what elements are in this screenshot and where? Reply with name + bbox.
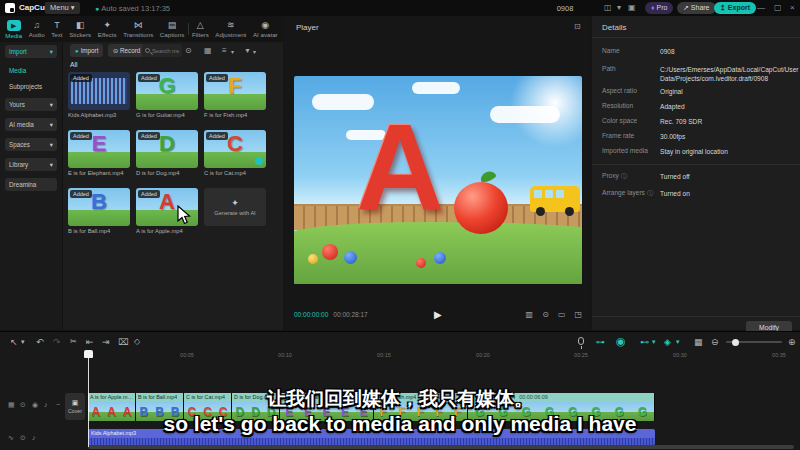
fullscreen-icon[interactable]: ◳ bbox=[574, 310, 582, 319]
ratio-icon[interactable]: ▭ bbox=[558, 310, 566, 319]
record-icon: ⊙ bbox=[113, 47, 118, 54]
playhead-handle[interactable] bbox=[84, 350, 93, 358]
import-button[interactable]: ●Import bbox=[70, 44, 103, 57]
trim-right-icon[interactable]: ⇥ bbox=[102, 337, 110, 347]
sidebar-item-subprojects[interactable]: Subprojects bbox=[5, 80, 57, 93]
chevron-down-icon: ▾ bbox=[50, 98, 53, 111]
tab-audio[interactable]: ♫Audio bbox=[25, 16, 47, 42]
sort-icon[interactable]: ≡ bbox=[222, 46, 227, 55]
pro-button[interactable]: ♦ Pro bbox=[645, 2, 673, 14]
menu-button[interactable]: Menu ▾ bbox=[45, 2, 80, 14]
play-button[interactable]: ▶ bbox=[434, 309, 442, 320]
delete-icon[interactable]: ⌧ bbox=[118, 337, 128, 347]
tab-ai-avatar[interactable]: ◉AI avatar bbox=[250, 16, 281, 42]
chevron-down-icon: ▾ bbox=[50, 118, 53, 131]
added-badge: Added bbox=[206, 74, 228, 82]
undo-icon[interactable]: ↶ bbox=[36, 337, 44, 347]
snapshot-icon[interactable]: ◇ bbox=[134, 337, 140, 347]
timeline-zoom-slider[interactable] bbox=[726, 341, 782, 343]
titlebar: CapCut Menu ▾ ●Auto saved 13:17:35 0908 … bbox=[0, 0, 800, 16]
sidebar-item-library[interactable]: Library▾ bbox=[5, 158, 57, 171]
layout-left-icon[interactable]: ◫ bbox=[604, 3, 612, 12]
layout-caret-icon[interactable]: ▾ bbox=[617, 3, 621, 12]
select-tool-caret-icon[interactable]: ▾ bbox=[21, 337, 25, 347]
zoom-out-icon[interactable]: ⊖ bbox=[711, 337, 719, 347]
tab-effects[interactable]: ✦Effects bbox=[95, 16, 120, 42]
sidebar-item-yours[interactable]: Yours▾ bbox=[5, 98, 57, 111]
trim-left-icon[interactable]: ⇤ bbox=[86, 337, 94, 347]
sidebar-item-spaces[interactable]: Spaces▾ bbox=[5, 138, 57, 151]
media-item-g-guitar[interactable]: GAdded G is for Guitar.mp4 bbox=[136, 72, 198, 118]
media-item-name: E is for Elephant.mp4 bbox=[68, 170, 130, 176]
tab-filters[interactable]: △Filters bbox=[189, 16, 212, 42]
horizontal-scrollbar[interactable] bbox=[88, 445, 794, 449]
adjustment-icon: ≋ bbox=[227, 20, 235, 30]
sidebar-item-media[interactable]: Media bbox=[5, 64, 57, 77]
media-item-b-ball[interactable]: BAdded B is for Ball.mp4 bbox=[68, 188, 130, 234]
detail-row-color-space: Color spaceRec. 709 SDR bbox=[602, 117, 792, 126]
added-badge: Added bbox=[138, 74, 160, 82]
tab-text[interactable]: TText bbox=[48, 16, 66, 42]
record-button[interactable]: ⊙ Record bbox=[108, 44, 145, 57]
media-item-d-dog[interactable]: DAdded D is for Dog.mp4 bbox=[136, 130, 198, 176]
media-item-e-elephant[interactable]: EAdded E is for Elephant.mp4 bbox=[68, 130, 130, 176]
chevron-down-icon: ▾ bbox=[50, 158, 53, 171]
auto-link-caret-icon[interactable]: ▾ bbox=[652, 337, 656, 347]
preview-frames-icon[interactable]: ▦ bbox=[694, 337, 703, 347]
zoom-slider-handle[interactable] bbox=[732, 339, 739, 346]
preview-letter-a: A bbox=[356, 92, 444, 245]
zoom-in-icon[interactable]: ⊕ bbox=[788, 337, 796, 347]
tab-stickers[interactable]: ◧Stickers bbox=[66, 16, 95, 42]
filter-icon[interactable]: ▼ bbox=[244, 46, 251, 55]
close-button[interactable]: × bbox=[790, 3, 795, 12]
snap-toggle-icon[interactable]: ◈ bbox=[664, 337, 671, 347]
preview-zoom-icon[interactable]: ⊙ bbox=[542, 310, 549, 319]
filter-caret-icon[interactable]: ▾ bbox=[253, 48, 256, 57]
detail-row-resolution: ResolutionAdapted bbox=[602, 102, 792, 111]
tab-transitions[interactable]: ⋈Transitions bbox=[120, 16, 157, 42]
player-expand-icon[interactable]: ⊡ bbox=[574, 22, 581, 31]
auto-link-toggle-icon[interactable]: ⊷ bbox=[640, 337, 649, 347]
select-tool-icon[interactable]: ↖ bbox=[10, 337, 18, 347]
record-voiceover-icon[interactable] bbox=[578, 337, 584, 345]
quality-icon[interactable]: ▥ bbox=[526, 310, 534, 319]
sidebar-item-dreamina[interactable]: Dreamina bbox=[5, 178, 57, 191]
divider bbox=[592, 37, 800, 38]
tab-media[interactable]: ▶Media bbox=[2, 16, 25, 42]
captions-icon: ▤ bbox=[168, 20, 177, 30]
chevron-down-icon: ▾ bbox=[50, 45, 53, 58]
redo-icon[interactable]: ↷ bbox=[53, 337, 61, 347]
layout-right-icon[interactable]: ▣ bbox=[628, 3, 636, 12]
media-item-c-cat[interactable]: CAdded C is for Cat.mp4 bbox=[204, 130, 266, 176]
timeline-ruler[interactable]: 00:05 00:10 00:15 00:20 00:25 00:30 00:3… bbox=[0, 352, 800, 363]
generate-with-ai-tile[interactable]: ✦ Generate with AI bbox=[204, 188, 266, 226]
view-grid-icon[interactable]: ▦ bbox=[204, 46, 212, 55]
maximize-button[interactable]: ▢ bbox=[774, 3, 782, 12]
sidebar-item-import[interactable]: Import▾ bbox=[5, 45, 57, 58]
project-title: 0908 bbox=[530, 4, 600, 13]
media-search[interactable] bbox=[142, 44, 182, 57]
divider bbox=[592, 164, 800, 165]
filter-all-label[interactable]: All bbox=[70, 61, 78, 68]
search-options-icon[interactable]: ⊙ bbox=[185, 46, 192, 55]
split-icon[interactable]: ✂ bbox=[70, 337, 77, 347]
share-button[interactable]: ↗ Share bbox=[677, 2, 716, 14]
sidebar-item-ai-media[interactable]: AI media▾ bbox=[5, 118, 57, 131]
video-preview[interactable]: A bbox=[294, 76, 582, 284]
magnetic-toggle-icon[interactable]: ◉ bbox=[616, 336, 626, 346]
stickers-icon: ◧ bbox=[76, 20, 85, 30]
search-input[interactable] bbox=[152, 48, 179, 54]
sort-caret-icon[interactable]: ▾ bbox=[231, 48, 234, 57]
tab-captions[interactable]: ▤Captions bbox=[157, 16, 188, 42]
media-item-kids-alphabet[interactable]: Added Kids Alphabet.mp3 bbox=[68, 72, 130, 118]
bus-window bbox=[545, 190, 553, 198]
tab-adjustment[interactable]: ≋Adjustment bbox=[212, 16, 250, 42]
link-toggle-icon[interactable]: ⊶ bbox=[596, 337, 605, 347]
media-item-name: F is for Fish.mp4 bbox=[204, 112, 266, 118]
snap-caret-icon[interactable]: ▾ bbox=[676, 337, 680, 347]
export-button[interactable]: ↥ Export bbox=[714, 2, 756, 14]
media-item-f-fish[interactable]: FAdded F is for Fish.mp4 bbox=[204, 72, 266, 118]
divider bbox=[592, 316, 800, 317]
minimize-button[interactable]: — bbox=[757, 3, 765, 12]
duration-timecode: 00:00:28:17 bbox=[333, 311, 367, 318]
